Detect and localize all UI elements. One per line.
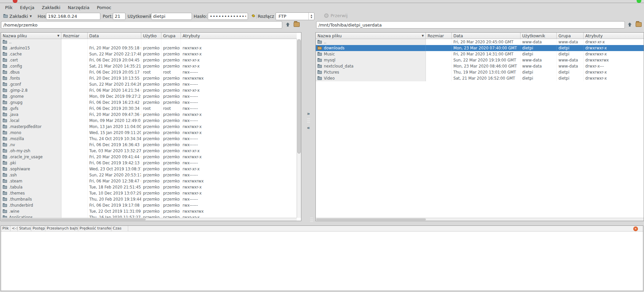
file-row[interactable]: VideoSat, 21 Mar 2020 16:52:00 GMTdietpi…	[316, 75, 644, 81]
folder-icon	[317, 47, 322, 50]
menu-item[interactable]: Narzędzia	[64, 3, 93, 12]
file-row[interactable]: .pkiFri, 06 Dec 2019 19:42:13 GMTprzemko…	[1, 160, 301, 166]
file-row[interactable]: .wineTue, 22 Oct 2019 11:31:09 GMTprzemk…	[1, 208, 301, 214]
file-row[interactable]: ..	[1, 39, 301, 45]
file-row[interactable]: nextcloud_dataMon, 23 Mar 2020 08:46:00 …	[316, 63, 644, 69]
file-name: .gconf	[9, 81, 21, 87]
file-row[interactable]: .sophiwareWed, 23 Oct 2019 13:08:37 GMTp…	[1, 166, 301, 172]
file-row[interactable]: .oracle_jre_usageFri, 20 Mar 2020 09:41:…	[1, 154, 301, 160]
folder-icon	[3, 89, 7, 92]
spinner-arrows-icon[interactable]: ▲▼	[308, 13, 314, 20]
file-row[interactable]: downloadsMon, 23 Mar 2020 07:40:00 GMTdi…	[316, 45, 644, 51]
horizontal-scrollbar[interactable]	[316, 218, 644, 221]
host-input[interactable]	[46, 13, 100, 20]
file-row[interactable]: .configSat, 21 Mar 2020 14:35:21 GMTprze…	[1, 63, 301, 69]
queue-header-row: Plik<->StatusPostępPrzesłanych bajtówPrę…	[1, 226, 643, 232]
column-header[interactable]: Użytkownik	[521, 33, 557, 39]
scrollbar-handle[interactable]	[316, 218, 426, 220]
protocol-select[interactable]: FTP ▲▼	[276, 12, 314, 20]
file-row[interactable]: PicturesThu, 19 Mar 2020 13:01:00 GMTdie…	[316, 69, 644, 75]
column-header-row: Nazwa pliku▼RozmiarDataUżytkownikGrupaAt…	[316, 33, 644, 39]
column-header[interactable]: Rozmiar	[426, 33, 452, 39]
column-header[interactable]: Data	[88, 33, 141, 39]
file-row[interactable]: .sshSun, 22 Mar 2020 20:53:17 GMTprzemko…	[1, 172, 301, 178]
transfer-to-remote-button[interactable]: »	[301, 111, 315, 116]
parent-dir-button[interactable]	[284, 22, 291, 28]
file-row[interactable]: .monoWed, 15 Jan 2020 09:11:20 GMTprzemk…	[1, 130, 301, 136]
plug-icon	[251, 13, 256, 19]
file-row[interactable]: .gnomeMon, 09 Dec 2019 09:27:25 GMTprzem…	[1, 93, 301, 99]
column-header[interactable]: Użytko	[141, 33, 161, 39]
column-header[interactable]: Grupa	[557, 33, 584, 39]
file-name: Video	[324, 75, 335, 81]
password-label: Hasło:	[194, 14, 207, 19]
username-input[interactable]	[151, 13, 192, 20]
file-row[interactable]: .gnupgFri, 06 Dec 2019 16:23:42 GMTprzem…	[1, 99, 301, 106]
parent-dir-button[interactable]	[626, 22, 633, 28]
file-row[interactable]: ..Fri, 20 Mar 2020 20:45:00 GMTwww-dataw…	[316, 39, 644, 45]
column-header[interactable]: Atrybuty	[181, 33, 297, 39]
column-header[interactable]: Rozmiar	[61, 33, 88, 39]
folder-icon	[3, 143, 7, 147]
pane-splitter-grip[interactable]	[307, 119, 310, 123]
transfer-to-local-button[interactable]: «	[301, 125, 315, 130]
file-row[interactable]: .gimp-2.8Fri, 06 Mar 2020 14:21:34 GMTpr…	[1, 87, 301, 93]
vertical-scrollbar[interactable]	[297, 39, 301, 218]
file-name: .gvfs	[9, 106, 18, 112]
file-row[interactable]: .gconfSun, 22 Mar 2020 21:04:26 GMTprzem…	[1, 81, 301, 87]
file-row[interactable]: .fontsFri, 20 Dec 2019 10:13:55 GMTprzem…	[1, 75, 301, 81]
open-folder-button[interactable]	[636, 22, 642, 27]
file-row[interactable]: mysqlSun, 22 Mar 2020 19:19:00 GMTwww-da…	[316, 57, 644, 63]
folder-icon	[3, 192, 7, 195]
file-row[interactable]: .masterpdfeditorMon, 13 Jan 2020 11:04:0…	[1, 124, 301, 130]
disconnect-button[interactable]: Rozłącz	[256, 14, 274, 19]
file-row[interactable]: .certFri, 06 Dec 2019 20:04:45 GMTprzemk…	[1, 57, 301, 63]
file-row[interactable]: .gvfsFri, 06 Dec 2019 20:30:34 GMTrootro…	[1, 106, 301, 112]
local-path-input[interactable]	[1, 21, 282, 29]
folder-icon	[3, 15, 8, 18]
file-row[interactable]: .thunderbirdFri, 06 Dec 2019 19:17:08 GM…	[1, 202, 301, 208]
remote-path-input[interactable]	[316, 21, 625, 29]
scrollbar-handle[interactable]	[1, 218, 146, 220]
file-row[interactable]: .javaFri, 20 Mar 2020 09:47:36 GMTprzemk…	[1, 112, 301, 118]
file-row[interactable]: .steamFri, 06 Mar 2020 12:38:47 GMTprzem…	[1, 178, 301, 184]
file-name: ..	[9, 39, 11, 45]
column-header[interactable]: Grupa	[161, 33, 181, 39]
file-row[interactable]: .themesTue, 10 Dec 2019 13:07:29 GMTprze…	[1, 190, 301, 196]
file-row[interactable]: .localMon, 09 Mar 2020 12:49:01 GMTprzem…	[1, 118, 301, 124]
file-row[interactable]: .mozillaThu, 24 Oct 2019 10:34:34 GMTprz…	[1, 136, 301, 142]
local-file-list: Nazwa pliku▼RozmiarDataUżytkoGrupaAtrybu…	[1, 32, 301, 221]
port-input[interactable]	[113, 13, 126, 20]
menu-item[interactable]: Plik	[1, 3, 16, 12]
menu-item[interactable]: Zakładki	[38, 3, 64, 12]
menu-item[interactable]: Edycja	[16, 3, 38, 12]
password-input[interactable]	[208, 13, 248, 20]
file-row[interactable]: .oh-my-zshTue, 03 Mar 2020 13:32:27 GMTp…	[1, 148, 301, 154]
column-header[interactable]: Nazwa pliku▼	[316, 33, 426, 39]
horizontal-scrollbar[interactable]	[1, 218, 297, 221]
file-row[interactable]: .dbusFri, 06 Dec 2019 20:05:17 GMTrootro…	[1, 69, 301, 75]
file-row[interactable]: .tabulaTue, 18 Feb 2020 21:51:45 GMTprze…	[1, 184, 301, 190]
file-row[interactable]: .thumbnailsThu, 20 Feb 2020 19:19:44 GMT…	[1, 196, 301, 202]
column-header[interactable]: Atrybuty	[584, 33, 644, 39]
cancel-transfer-icon[interactable]: ✕	[633, 226, 638, 231]
file-row[interactable]: .arduino15Fri, 20 Mar 2020 09:35:18 GMTp…	[1, 45, 301, 51]
file-row[interactable]: .nvFri, 06 Dec 2019 16:36:43 GMTprzemkop…	[1, 142, 301, 148]
scrollbar-handle[interactable]	[297, 39, 301, 154]
column-header[interactable]: Data	[452, 33, 521, 39]
file-name: .nv	[9, 142, 15, 148]
file-row[interactable]: MusicFri, 20 Mar 2020 14:31:00 GMTdietpi…	[316, 51, 644, 57]
open-folder-button[interactable]	[294, 22, 300, 27]
menu-item[interactable]: Pomoc	[93, 3, 115, 12]
column-header[interactable]: Nazwa pliku▼	[1, 33, 61, 39]
bookmarks-button[interactable]: Zakładki ▼	[2, 13, 33, 20]
folder-icon	[3, 41, 7, 44]
queue-splitter-grip[interactable]	[310, 218, 313, 222]
file-row[interactable]: .cacheSun, 22 Mar 2020 22:17:48 GMTprzem…	[1, 51, 301, 57]
file-name: .steam	[9, 178, 22, 184]
file-rows: ...arduino15Fri, 20 Mar 2020 09:35:18 GM…	[1, 39, 301, 220]
file-name: .gnupg	[9, 99, 22, 106]
file-name: downloads	[324, 45, 345, 51]
queue-column-header: Postęp	[31, 226, 45, 231]
folder-icon	[3, 186, 7, 189]
